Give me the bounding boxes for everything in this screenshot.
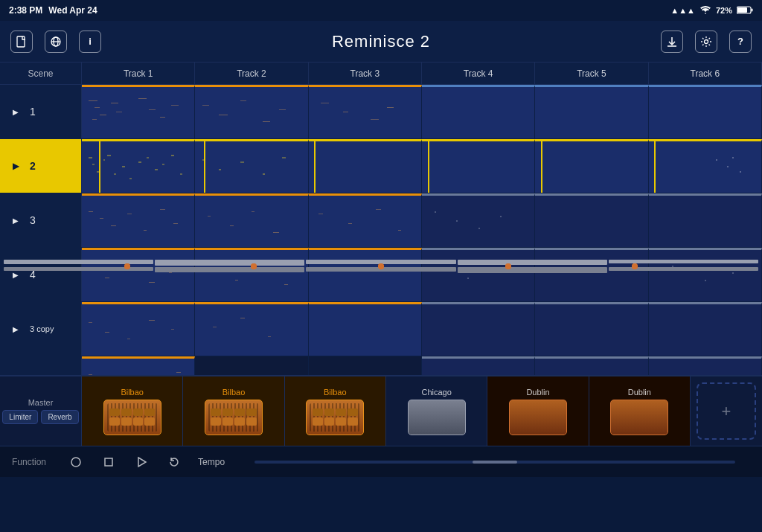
instrument-6[interactable]: Dublin [589, 376, 691, 446]
dublin-device-2 [610, 400, 668, 435]
instrument-row: Master Limiter Reverb Bilbao Bilbao [0, 375, 762, 446]
